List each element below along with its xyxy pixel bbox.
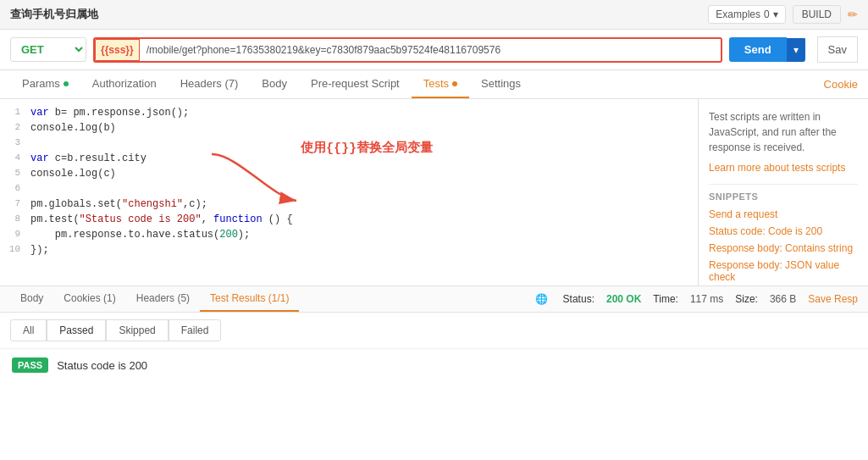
size-value: 366 B <box>770 293 796 305</box>
examples-label: Examples <box>716 8 760 20</box>
test-result-row: PASS Status code is 200 <box>0 349 868 381</box>
tab-params[interactable]: Params <box>10 70 80 98</box>
filter-tabs: All Passed Skipped Failed <box>0 313 868 349</box>
globe-icon: 🌐 <box>535 293 548 305</box>
bottom-tab-headers[interactable]: Headers (5) <box>126 286 200 312</box>
filter-failed[interactable]: Failed <box>169 319 222 341</box>
code-line-6: 6 <box>0 182 698 197</box>
hint-main-text: Test scripts are written in JavaScript, … <box>709 109 858 155</box>
top-bar: 查询手机号归属地 Examples 0 ▾ BUILD ✏ <box>0 0 868 30</box>
tab-headers[interactable]: Headers (7) <box>169 70 251 98</box>
method-select[interactable]: GET POST PUT DELETE <box>10 37 86 62</box>
send-button-group: Send ▾ <box>729 37 805 62</box>
url-template-variable: {{sss}} <box>95 39 140 61</box>
sidebar-hints: Test scripts are written in JavaScript, … <box>699 99 868 285</box>
status-label: Status: <box>563 293 594 305</box>
snippets-section-title: SNIPPETS <box>709 191 858 202</box>
bottom-tab-body[interactable]: Body <box>10 286 53 312</box>
save-button[interactable]: Sav <box>817 36 858 63</box>
code-line-7: 7 pm.globals.set("chengshi",c); <box>0 197 698 213</box>
time-value: 117 ms <box>690 293 723 305</box>
bottom-tabs-row: Body Cookies (1) Headers (5) Test Result… <box>0 285 868 313</box>
tab-authorization-label: Authorization <box>92 77 157 90</box>
code-line-8: 8 pm.test("Status code is 200", function… <box>0 213 698 228</box>
send-dropdown-button[interactable]: ▾ <box>787 38 805 62</box>
tab-tests-label: Tests <box>423 77 449 90</box>
tab-settings-label: Settings <box>481 77 521 90</box>
edit-icon[interactable]: ✏ <box>848 8 858 21</box>
tab-tests[interactable]: Tests <box>412 70 469 98</box>
pass-badge: PASS <box>12 357 48 373</box>
code-line-3: 3 <box>0 136 698 152</box>
code-line-4: 4 var c=b.result.city <box>0 152 698 167</box>
code-line-10: 10 }); <box>0 243 698 258</box>
code-editor[interactable]: 使用{{}}替换全局变量 1 var b= pm.response.json()… <box>0 99 699 285</box>
hint-learn-more-link[interactable]: Learn more about tests scripts <box>709 162 858 174</box>
code-line-5: 5 console.log(c) <box>0 167 698 182</box>
tab-settings[interactable]: Settings <box>469 70 533 98</box>
page-title: 查询手机号归属地 <box>10 7 701 22</box>
sidebar-divider <box>709 184 858 185</box>
tab-headers-label: Headers (7) <box>180 77 239 90</box>
build-button[interactable]: BUILD <box>793 5 841 24</box>
tests-dot <box>452 81 457 86</box>
filter-passed[interactable]: Passed <box>47 319 106 341</box>
tab-body-label: Body <box>262 77 287 90</box>
tab-authorization[interactable]: Authorization <box>80 70 169 98</box>
url-input[interactable] <box>140 40 721 60</box>
tabs-row: Params Authorization Headers (7) Body Pr… <box>0 70 868 99</box>
filter-skipped[interactable]: Skipped <box>106 319 168 341</box>
code-line-9: 9 pm.response.to.have.status(200); <box>0 228 698 243</box>
cookie-link[interactable]: Cookie <box>824 78 858 91</box>
snippet-response-body-contains[interactable]: Response body: Contains string <box>709 242 858 254</box>
snippet-status-code[interactable]: Status code: Code is 200 <box>709 225 858 237</box>
bottom-tab-testresults[interactable]: Test Results (1/1) <box>200 286 299 312</box>
snippet-send-request[interactable]: Send a request <box>709 208 858 220</box>
bottom-status-bar: 🌐 Status: 200 OK Time: 117 ms Size: 366 … <box>535 293 858 305</box>
tab-body[interactable]: Body <box>250 70 299 98</box>
url-bar: GET POST PUT DELETE {{sss}} Send ▾ Sav <box>0 30 868 70</box>
tab-params-label: Params <box>22 77 60 90</box>
save-response-button[interactable]: Save Resp <box>808 293 858 305</box>
code-line-2: 2 console.log(b) <box>0 121 698 136</box>
chevron-down-icon: ▾ <box>773 8 778 20</box>
tab-prerequest[interactable]: Pre-request Script <box>299 70 412 98</box>
bottom-tab-cookies[interactable]: Cookies (1) <box>53 286 125 312</box>
examples-button[interactable]: Examples 0 ▾ <box>708 5 785 24</box>
time-label: Time: <box>653 293 678 305</box>
test-name: Status code is 200 <box>57 359 147 372</box>
tab-prerequest-label: Pre-request Script <box>311 77 400 90</box>
code-line-1: 1 var b= pm.response.json(); <box>0 106 698 121</box>
snippet-response-body-json[interactable]: Response body: JSON value check <box>709 259 858 283</box>
status-value: 200 OK <box>606 293 641 305</box>
send-button[interactable]: Send <box>729 37 787 62</box>
main-content: 使用{{}}替换全局变量 1 var b= pm.response.json()… <box>0 99 868 285</box>
url-input-wrapper: {{sss}} <box>93 37 722 63</box>
examples-count: 0 <box>764 8 770 20</box>
filter-all[interactable]: All <box>10 319 47 341</box>
params-dot <box>64 81 69 86</box>
size-label: Size: <box>735 293 758 305</box>
